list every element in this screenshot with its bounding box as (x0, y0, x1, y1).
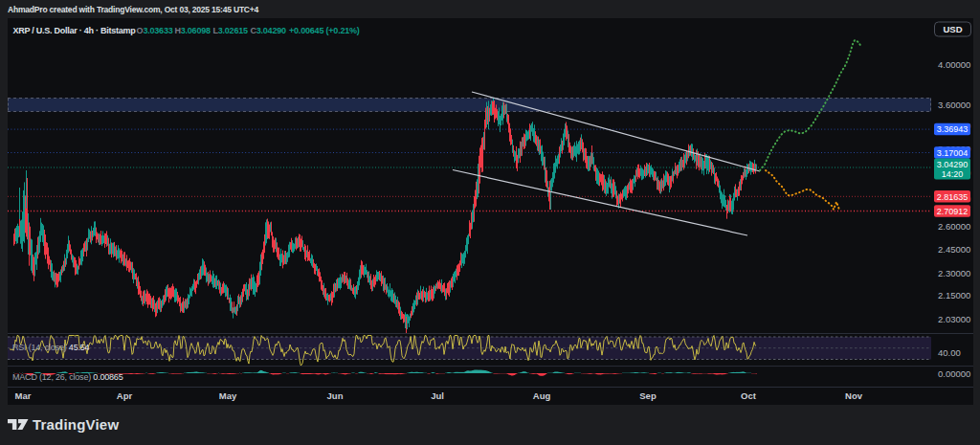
svg-text:2.70912: 2.70912 (937, 207, 969, 216)
svg-text:USD: USD (943, 24, 962, 34)
svg-text:Oct: Oct (741, 390, 757, 401)
svg-text:XRP / U.S. Dollar · 4h · Bitst: XRP / U.S. Dollar · 4h · Bitstamp (13, 26, 137, 35)
svg-text:14:20: 14:20 (942, 169, 964, 179)
svg-text:3.17004: 3.17004 (937, 148, 969, 158)
svg-text:2.03000: 2.03000 (938, 314, 970, 324)
svg-text:2.15000: 2.15000 (938, 290, 970, 300)
svg-text:2.30000: 2.30000 (938, 268, 970, 278)
svg-text:2.81635: 2.81635 (937, 192, 969, 202)
svg-text:2.60000: 2.60000 (938, 221, 970, 232)
svg-text:MACD (12, 26, close) 0.00865: MACD (12, 26, close) 0.00865 (12, 372, 123, 382)
svg-text:Nov: Nov (845, 390, 863, 401)
svg-text:3.04290: 3.04290 (937, 160, 969, 169)
svg-text:Apr: Apr (117, 390, 133, 401)
svg-text:RSI (14, close) 45.54: RSI (14, close) 45.54 (12, 343, 90, 352)
svg-text:Sep: Sep (639, 390, 657, 401)
svg-text:Jun: Jun (327, 390, 344, 401)
svg-text:Mar: Mar (15, 390, 32, 401)
svg-text:Jul: Jul (431, 390, 444, 401)
svg-text:May: May (219, 390, 237, 401)
svg-text:3.36943: 3.36943 (937, 124, 969, 134)
svg-text:4.00000: 4.00000 (938, 59, 970, 70)
svg-text:Aug: Aug (533, 390, 551, 401)
svg-text:0.00000: 0.00000 (938, 368, 970, 379)
svg-text:TradingView: TradingView (33, 416, 119, 433)
svg-text:2.45000: 2.45000 (938, 244, 970, 255)
svg-text:3.60000: 3.60000 (938, 100, 970, 110)
svg-text:40.00: 40.00 (938, 347, 961, 358)
